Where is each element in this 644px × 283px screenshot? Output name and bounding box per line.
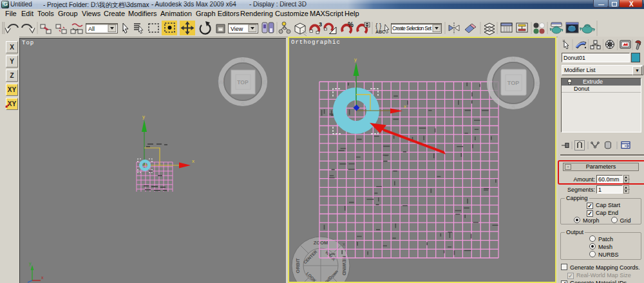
svg-text:E: E [263, 79, 267, 86]
svg-text:Create Selection Set: Create Selection Set [392, 26, 432, 32]
svg-text:y: y [29, 261, 32, 266]
svg-text:y: y [142, 114, 145, 120]
svg-text:x: x [41, 275, 44, 280]
svg-text:x: x [343, 241, 345, 247]
svg-text:N: N [511, 56, 516, 62]
svg-text:TOP: TOP [507, 80, 519, 86]
svg-text:All: All [88, 26, 95, 32]
svg-text:REWIND: REWIND [341, 256, 347, 276]
svg-text:ABC: ABC [375, 30, 385, 34]
svg-text:x: x [192, 158, 194, 164]
svg-text:%: % [348, 21, 354, 28]
svg-text:W: W [218, 79, 224, 86]
svg-text:ORBIT: ORBIT [295, 258, 301, 273]
svg-text:3: 3 [319, 21, 322, 28]
svg-text:x: x [404, 104, 406, 109]
svg-text:View: View [231, 26, 243, 32]
svg-text:ZOOM: ZOOM [314, 240, 328, 246]
svg-text:N: N [241, 57, 245, 63]
svg-text:TOP: TOP [237, 79, 249, 86]
svg-text:{ }: { } [375, 23, 382, 30]
svg-text:y: y [354, 57, 357, 62]
svg-text:S: S [241, 101, 245, 107]
svg-text:S: S [511, 104, 515, 111]
svg-text:E: E [535, 80, 539, 87]
